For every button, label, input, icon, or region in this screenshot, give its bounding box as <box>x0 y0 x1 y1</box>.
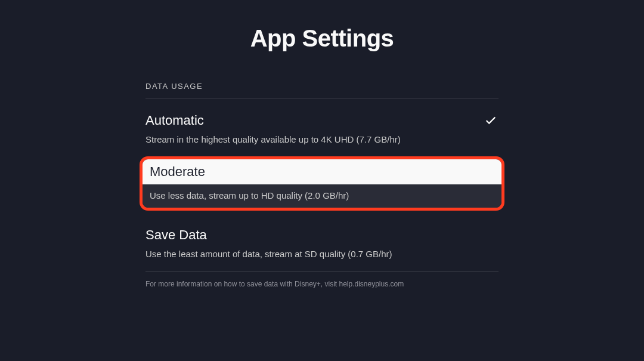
option-save-data-desc: Use the least amount of data, stream at … <box>145 249 499 259</box>
option-automatic-desc: Stream in the highest quality available … <box>145 134 499 144</box>
option-moderate[interactable]: Moderate Use less data, stream up to HD … <box>140 156 504 211</box>
check-icon <box>484 114 497 127</box>
option-automatic[interactable]: Automatic Stream in the highest quality … <box>145 109 499 144</box>
option-save-data-title: Save Data <box>145 227 207 243</box>
footer-note: For more information on how to save data… <box>145 271 499 288</box>
option-moderate-title: Moderate <box>150 164 205 179</box>
option-automatic-title: Automatic <box>145 113 204 128</box>
page-title: App Settings <box>250 25 394 52</box>
option-save-data[interactable]: Save Data Use the least amount of data, … <box>145 224 499 259</box>
section-header-data-usage: DATA USAGE <box>145 82 499 98</box>
settings-panel: DATA USAGE Automatic Stream in the highe… <box>145 82 499 288</box>
option-moderate-desc: Use less data, stream up to HD quality (… <box>150 190 494 200</box>
